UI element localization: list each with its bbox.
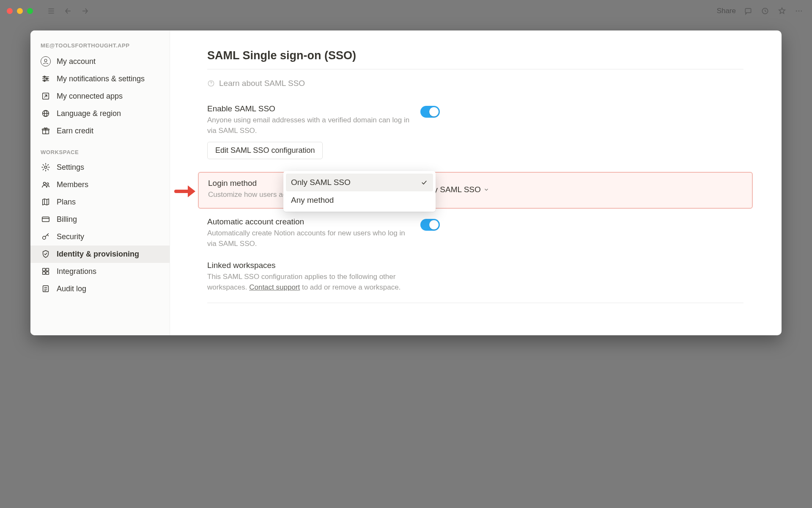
clipboard-list-icon: [41, 284, 51, 294]
check-icon: [420, 179, 428, 186]
svg-line-21: [44, 95, 47, 97]
sidebar-item-members[interactable]: Members: [30, 176, 170, 193]
callout-arrow-icon: [174, 183, 195, 200]
sidebar-item-label: Plans: [57, 198, 76, 207]
window-chrome: Share: [0, 0, 812, 22]
sidebar-item-identity-provisioning[interactable]: Identity & provisioning: [30, 246, 170, 263]
map-icon: [41, 197, 51, 207]
login-method-dropdown: Only SAML SSO Any method: [283, 171, 436, 212]
comments-icon[interactable]: [742, 5, 754, 17]
favorite-icon[interactable]: [776, 5, 788, 17]
learn-about-label: Learn about SAML SSO: [219, 79, 305, 88]
settings-modal: ME@TOOLSFORTHOUGHT.APP My account My not…: [30, 30, 782, 335]
sidebar-item-language[interactable]: Language & region: [30, 105, 170, 122]
sidebar-item-label: Billing: [57, 215, 77, 224]
sidebar-item-earn-credit[interactable]: Earn credit: [30, 122, 170, 140]
sidebar-item-audit-log[interactable]: Audit log: [30, 280, 170, 298]
dropdown-option-any-method[interactable]: Any method: [286, 191, 433, 209]
sidebar-item-label: Audit log: [57, 284, 86, 293]
forward-icon[interactable]: [79, 5, 91, 17]
setting-linked-workspaces: Linked workspaces This SAML SSO configur…: [207, 257, 743, 300]
traffic-light-close[interactable]: [7, 8, 13, 14]
sidebar-item-label: My connected apps: [57, 92, 123, 101]
chevron-down-icon: [483, 187, 489, 193]
sidebar-item-label: Members: [57, 180, 88, 189]
auto-create-toggle[interactable]: [420, 219, 440, 231]
grid-icon: [41, 266, 51, 276]
setting-enable-saml: Enable SAML SSO Anyone using email addre…: [207, 100, 743, 167]
sidebar-item-plans[interactable]: Plans: [30, 193, 170, 211]
sidebar-item-security[interactable]: Security: [30, 228, 170, 246]
back-icon[interactable]: [62, 5, 74, 17]
svg-line-8: [765, 11, 766, 12]
sidebar-item-label: Language & region: [57, 109, 121, 118]
updates-icon[interactable]: [759, 5, 771, 17]
menu-icon[interactable]: [45, 5, 58, 17]
sidebar-item-my-account[interactable]: My account: [30, 53, 170, 70]
svg-rect-5: [745, 8, 751, 13]
linked-title: Linked workspaces: [207, 261, 410, 270]
traffic-light-zoom[interactable]: [27, 8, 33, 14]
sidebar-item-integrations[interactable]: Integrations: [30, 263, 170, 280]
enable-saml-toggle[interactable]: [420, 106, 440, 118]
traffic-light-minimize[interactable]: [17, 8, 23, 14]
linked-desc: This SAML SSO configuration applies to t…: [207, 272, 410, 293]
svg-rect-40: [43, 272, 45, 274]
svg-point-10: [796, 11, 797, 12]
sidebar-item-settings[interactable]: Settings: [30, 159, 170, 176]
svg-rect-39: [46, 268, 49, 271]
share-button[interactable]: Share: [717, 7, 736, 15]
dropdown-option-label: Only SAML SSO: [291, 178, 351, 187]
credit-card-icon: [41, 214, 51, 224]
globe-icon: [41, 108, 51, 119]
edit-saml-config-button[interactable]: Edit SAML SSO configuration: [207, 142, 323, 159]
shield-check-icon: [41, 249, 51, 259]
svg-point-12: [801, 11, 802, 12]
svg-marker-9: [779, 8, 785, 14]
setting-auto-account-creation: Automatic account creation Automatically…: [207, 213, 743, 257]
sidebar-item-notifications[interactable]: My notifications & settings: [30, 70, 170, 88]
auto-create-desc: Automatically create Notion accounts for…: [207, 228, 410, 249]
sidebar-item-label: My notifications & settings: [57, 75, 145, 83]
svg-point-30: [47, 183, 49, 185]
svg-point-13: [44, 59, 47, 62]
svg-point-29: [44, 182, 46, 185]
more-icon[interactable]: [793, 5, 805, 17]
people-icon: [41, 179, 51, 190]
svg-line-37: [47, 235, 49, 236]
svg-point-11: [798, 11, 800, 12]
svg-point-47: [211, 85, 211, 85]
sidebar-item-label: Integrations: [57, 267, 96, 276]
sidebar-item-label: Security: [57, 232, 84, 241]
settings-sidebar: ME@TOOLSFORTHOUGHT.APP My account My not…: [30, 30, 170, 335]
sidebar-item-label: My account: [57, 57, 96, 66]
svg-point-28: [44, 166, 47, 168]
key-icon: [41, 232, 51, 242]
contact-support-link[interactable]: Contact support: [249, 283, 300, 291]
avatar-icon: [41, 56, 51, 66]
gift-icon: [41, 126, 51, 136]
svg-marker-49: [188, 185, 195, 197]
svg-rect-41: [46, 272, 49, 274]
sidebar-workspace-label: WORKSPACE: [30, 140, 170, 159]
sidebar-item-label: Identity & provisioning: [57, 250, 139, 259]
auto-create-title: Automatic account creation: [207, 217, 410, 226]
enable-saml-title: Enable SAML SSO: [207, 104, 410, 113]
sidebar-item-connected-apps[interactable]: My connected apps: [30, 88, 170, 105]
external-link-icon: [41, 91, 51, 101]
page-title: SAML Single sign-on (SSO): [207, 49, 743, 69]
dropdown-option-only-saml[interactable]: Only SAML SSO: [286, 174, 433, 191]
divider: [207, 303, 743, 303]
sidebar-item-billing[interactable]: Billing: [30, 211, 170, 228]
sidebar-item-label: Earn credit: [57, 127, 93, 135]
gear-icon: [41, 162, 51, 172]
sidebar-item-label: Settings: [57, 163, 84, 172]
svg-rect-33: [42, 217, 49, 222]
learn-about-link[interactable]: Learn about SAML SSO: [207, 79, 743, 88]
setting-login-method-highlight: Login method Customize how users access …: [198, 172, 753, 209]
sliders-icon: [41, 74, 51, 84]
svg-rect-38: [43, 268, 45, 271]
enable-saml-desc: Anyone using email addresses with a veri…: [207, 115, 410, 136]
dropdown-option-label: Any method: [291, 196, 334, 205]
sidebar-account-email: ME@TOOLSFORTHOUGHT.APP: [30, 39, 170, 53]
